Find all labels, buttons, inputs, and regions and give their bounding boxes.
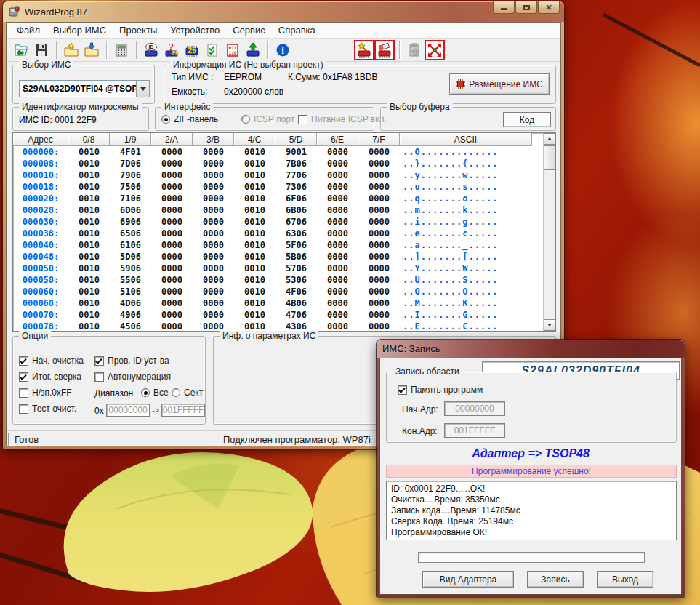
- chip-placement-button[interactable]: Размещение ИМС: [449, 73, 550, 95]
- hex-cell[interactable]: 0000: [317, 321, 358, 332]
- hex-cell[interactable]: 0000: [358, 204, 400, 216]
- menu-file[interactable]: Файл: [11, 23, 46, 37]
- hex-cell[interactable]: 0010: [234, 146, 275, 158]
- checkbox-check-id[interactable]: Пров. ID уст-ва: [94, 356, 169, 366]
- hex-cell[interactable]: 0000: [151, 321, 193, 332]
- hex-cell[interactable]: 0010: [234, 169, 275, 181]
- hex-cell[interactable]: 5506: [110, 274, 151, 286]
- hex-cell[interactable]: 6D06: [110, 204, 151, 216]
- hex-cell[interactable]: 0000: [358, 158, 400, 169]
- hex-cell[interactable]: 0000: [193, 239, 234, 251]
- hex-cell[interactable]: 0000: [151, 239, 193, 251]
- radio-icsp-port[interactable]: ICSP порт: [241, 114, 294, 124]
- hex-cell[interactable]: 7906: [110, 169, 151, 181]
- hex-cell[interactable]: 0000: [317, 204, 358, 216]
- hex-ascii[interactable]: ..Y.......W.....: [400, 263, 532, 274]
- menu-chip-select[interactable]: Выбор ИМС: [47, 23, 112, 37]
- hex-cell[interactable]: 0000: [317, 158, 358, 169]
- hex-col-addr[interactable]: Адрес: [13, 133, 68, 146]
- hex-cell[interactable]: 0010: [234, 251, 275, 263]
- hex-cell[interactable]: 0010: [68, 239, 110, 251]
- hex-cell[interactable]: 6F06: [275, 193, 317, 204]
- hex-cell[interactable]: 6706: [275, 216, 317, 228]
- hex-cell[interactable]: 5F06: [275, 239, 317, 251]
- hex-ascii[interactable]: ..U.......S.....: [400, 274, 532, 286]
- hex-cell[interactable]: 7106: [110, 193, 151, 204]
- hex-ascii[interactable]: ..E.......C.....: [400, 321, 532, 332]
- hex-ascii[interactable]: ..I.......G.....: [400, 309, 532, 321]
- hex-col-5[interactable]: 5/D: [275, 133, 317, 146]
- hex-cell[interactable]: 4906: [110, 309, 151, 321]
- menu-service[interactable]: Сервис: [227, 23, 271, 37]
- hex-cell[interactable]: 0000: [317, 251, 358, 263]
- hex-cell[interactable]: 0010: [234, 239, 275, 251]
- hex-cell[interactable]: 0000: [151, 146, 193, 158]
- open-file-button[interactable]: [11, 40, 31, 60]
- hex-col-3[interactable]: 3/B: [193, 133, 234, 146]
- blank-check-button[interactable]: ? FF: [161, 40, 182, 60]
- hex-cell[interactable]: 4706: [275, 309, 317, 321]
- write-log[interactable]: ID: 0x0001 22F9......OK!Очистка....Время…: [386, 481, 677, 540]
- hex-cell[interactable]: 0000: [317, 309, 358, 321]
- hex-cell[interactable]: 0000: [151, 274, 193, 286]
- hex-cell[interactable]: 0010: [68, 228, 110, 239]
- hex-cell[interactable]: 0000: [317, 216, 358, 228]
- paste-button[interactable]: [404, 40, 425, 60]
- hex-cell[interactable]: 0000: [193, 228, 234, 239]
- hex-ascii[interactable]: ..q.......o.....: [400, 193, 532, 204]
- hex-cell[interactable]: 0010: [68, 297, 110, 309]
- hex-cell[interactable]: 5B06: [275, 251, 317, 263]
- hex-cell[interactable]: 0000: [317, 193, 358, 204]
- hex-ascii[interactable]: ..Q.......O.....: [400, 286, 532, 297]
- hex-cell[interactable]: 0010: [68, 216, 110, 228]
- hex-ascii[interactable]: ..O.............: [400, 146, 532, 158]
- hex-cell[interactable]: 0000: [358, 239, 400, 251]
- hex-cell[interactable]: 5D06: [110, 251, 151, 263]
- hex-col-2[interactable]: 2/A: [151, 133, 193, 146]
- chip-select-combobox[interactable]: S29AL032D90TFI04 @TSOP48: [19, 80, 150, 97]
- hex-cell[interactable]: 0000: [317, 263, 358, 274]
- hex-cell[interactable]: 0000: [358, 321, 400, 332]
- hex-cell[interactable]: 7706: [275, 169, 317, 181]
- hex-cell[interactable]: 0000: [151, 228, 193, 239]
- hex-cell[interactable]: 0000: [151, 181, 193, 193]
- hex-cell[interactable]: 0010: [68, 309, 110, 321]
- save-button[interactable]: [31, 40, 52, 60]
- radio-range-all[interactable]: Все: [141, 388, 169, 398]
- hex-cell[interactable]: 4D06: [110, 297, 151, 309]
- hex-cell[interactable]: 0000: [317, 239, 358, 251]
- checkbox-final-verify[interactable]: Итог. сверка: [19, 372, 81, 382]
- hex-cell[interactable]: 0000: [358, 251, 400, 263]
- hex-cell[interactable]: 0000: [193, 263, 234, 274]
- hex-col-0[interactable]: 0/8: [68, 133, 110, 146]
- start-address-input[interactable]: 00000000: [444, 401, 505, 416]
- close-button[interactable]: ✕: [538, 1, 560, 14]
- hex-cell[interactable]: 0000: [193, 146, 234, 158]
- hex-cell[interactable]: 0000: [358, 263, 400, 274]
- hex-cell[interactable]: 0000: [358, 309, 400, 321]
- checkbox-blank-test[interactable]: Тест очист.: [19, 404, 76, 414]
- hex-cell[interactable]: 0000: [193, 286, 234, 297]
- hex-cell[interactable]: 0010: [68, 321, 110, 332]
- hex-cell[interactable]: 0000: [151, 216, 193, 228]
- hex-ascii[interactable]: ..i.......g.....: [400, 216, 532, 228]
- erase-chip-button[interactable]: [374, 40, 395, 60]
- hex-cell[interactable]: 0000: [193, 169, 234, 181]
- hex-cell[interactable]: 0000: [317, 297, 358, 309]
- read-chip-button[interactable]: [243, 40, 263, 60]
- hex-cell[interactable]: 0000: [151, 297, 193, 309]
- hex-ascii[interactable]: ..y.......w.....: [400, 169, 532, 181]
- hex-cell[interactable]: 0000: [193, 193, 234, 204]
- end-address-input[interactable]: 001FFFFF: [444, 423, 505, 438]
- hex-cell[interactable]: 4506: [110, 321, 151, 332]
- scroll-up-button[interactable]: [544, 133, 555, 145]
- hex-cell[interactable]: 0010: [234, 286, 275, 297]
- hex-cell[interactable]: 0010: [234, 274, 275, 286]
- hex-ascii[interactable]: ..M.......K.....: [400, 297, 532, 309]
- hex-cell[interactable]: 0000: [151, 158, 193, 169]
- hex-cell[interactable]: 0000: [193, 204, 234, 216]
- hex-cell[interactable]: 7306: [275, 181, 317, 193]
- read-id-button[interactable]: ID: [141, 40, 161, 60]
- minimize-button[interactable]: [493, 1, 515, 14]
- hex-cell[interactable]: 0000: [317, 286, 358, 297]
